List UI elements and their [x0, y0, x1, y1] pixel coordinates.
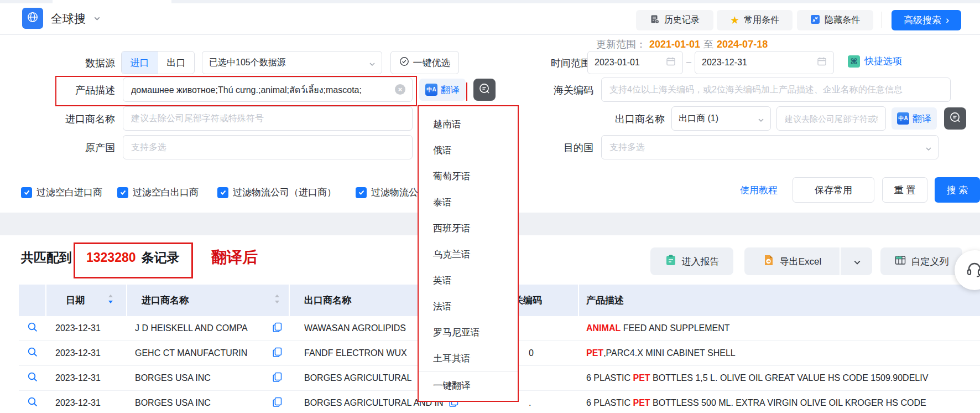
- importer-field[interactable]: [130, 113, 405, 124]
- columns-icon: [894, 254, 906, 269]
- magnifier-icon[interactable]: [27, 396, 38, 410]
- reset-button[interactable]: 重 置: [882, 177, 927, 203]
- datasource-selected-value: 已选中105个数据源: [209, 57, 286, 69]
- magnifier-icon[interactable]: [27, 322, 38, 335]
- checkbox-checked-icon[interactable]: [356, 187, 367, 198]
- checkbox-checked-icon[interactable]: [117, 187, 128, 198]
- translate-button[interactable]: 中A 翻译: [419, 79, 466, 101]
- filter-logistics-importer[interactable]: 过滤物流公司（进口商）: [217, 186, 336, 199]
- importer-input[interactable]: [123, 106, 413, 131]
- date-start-input[interactable]: 2023-01-01: [587, 51, 683, 74]
- synonym-icon: [478, 82, 491, 97]
- update-range-to: 至: [703, 38, 713, 51]
- row-search-cell[interactable]: [19, 391, 46, 413]
- header-date[interactable]: 日期: [46, 285, 127, 316]
- clear-icon[interactable]: ×: [395, 84, 405, 95]
- menu-item-translate-all[interactable]: 一键翻译: [419, 372, 518, 399]
- origin-field[interactable]: [130, 142, 405, 153]
- destination-input[interactable]: [601, 135, 939, 159]
- advanced-search-button[interactable]: 高级搜索 ›: [892, 10, 961, 30]
- checkbox-checked-icon[interactable]: [217, 187, 228, 198]
- copy-icon[interactable]: [273, 397, 282, 410]
- hide-conditions-button[interactable]: 隐藏条件: [797, 10, 873, 30]
- app-window: 全球搜 历史记录 ★ 常用条件 隐藏条件 高级搜索 › 更新范围： 2021-0…: [0, 0, 980, 413]
- destination-field[interactable]: [608, 142, 925, 153]
- exporter-synonym-button[interactable]: [944, 107, 966, 130]
- exporter-type-select[interactable]: 出口商 (1): [671, 106, 771, 131]
- menu-item-english[interactable]: 英语: [419, 267, 518, 293]
- quick-options-link[interactable]: ⌘ 快捷选项: [848, 55, 902, 68]
- checkbox-checked-icon[interactable]: [21, 187, 32, 198]
- copy-icon[interactable]: [273, 347, 282, 360]
- product-desc-input[interactable]: [123, 78, 413, 102]
- check-circle-icon: [399, 56, 409, 69]
- translate-language-menu: 越南语 俄语 葡萄牙语 泰语 西班牙语 乌克兰语 英语 法语 罗马尼亚语 土耳其…: [418, 105, 519, 402]
- title-chevron-down-icon[interactable]: [93, 14, 101, 25]
- headset-icon: [965, 260, 980, 281]
- copy-icon[interactable]: [273, 322, 282, 335]
- date-end-value: 2023-12-31: [702, 58, 747, 68]
- save-common-button[interactable]: 保存常用: [793, 177, 874, 203]
- cell-importer: BORGES USA INC: [127, 366, 290, 390]
- chevron-down-icon: [925, 144, 931, 151]
- origin-input[interactable]: [123, 135, 413, 159]
- export-excel-dropdown-button[interactable]: [841, 247, 872, 275]
- header-product[interactable]: 产品描述: [579, 285, 980, 316]
- update-range: 更新范围： 2021-01-01 至 2024-07-18: [596, 38, 768, 51]
- menu-item-spanish[interactable]: 西班牙语: [419, 215, 518, 241]
- menu-item-ukrainian[interactable]: 乌克兰语: [419, 241, 518, 267]
- cell-importer: GEHC CT MANUFACTURIN: [127, 341, 290, 365]
- hs-code-field[interactable]: [608, 84, 943, 95]
- filter-blank-importer[interactable]: 过滤空白进口商: [21, 186, 102, 199]
- origin-label: 原产国: [32, 141, 115, 154]
- tutorial-link[interactable]: 使用教程: [740, 184, 778, 197]
- update-range-label: 更新范围：: [596, 38, 646, 51]
- optimize-button[interactable]: 一键优选: [390, 51, 459, 74]
- filter-label: 过滤物流公司（进口商）: [233, 186, 336, 199]
- magnifier-icon[interactable]: [27, 347, 38, 360]
- export-excel-button[interactable]: 导出Excel: [744, 247, 840, 275]
- sort-icon[interactable]: [108, 294, 113, 307]
- exporter-translate-button[interactable]: 中A 翻译: [892, 107, 937, 130]
- menu-item-romanian[interactable]: 罗马尼亚语: [419, 319, 518, 345]
- exporter-field[interactable]: [784, 113, 879, 124]
- row-search-cell[interactable]: [19, 341, 46, 365]
- menu-item-french[interactable]: 法语: [419, 293, 518, 319]
- reset-label: 重 置: [894, 184, 916, 197]
- enter-report-button[interactable]: 进入报告: [650, 247, 733, 275]
- match-count-line: 共匹配到 1323280 条记录: [21, 249, 180, 266]
- quick-options-label: 快捷选项: [864, 55, 902, 68]
- destination-label: 目的国: [510, 141, 593, 154]
- menu-item-turkish[interactable]: 土耳其语: [419, 345, 518, 371]
- date-end-input[interactable]: 2023-12-31: [695, 51, 834, 74]
- menu-item-portuguese[interactable]: 葡萄牙语: [419, 163, 518, 189]
- history-button[interactable]: 历史记录: [636, 10, 713, 30]
- tab-export[interactable]: 出口: [158, 51, 194, 74]
- update-range-end: 2024-07-18: [717, 39, 768, 50]
- synonym-button[interactable]: [473, 79, 496, 101]
- sort-icon[interactable]: [274, 294, 280, 307]
- menu-item-russian[interactable]: 俄语: [419, 137, 518, 163]
- exporter-input[interactable]: [776, 106, 886, 131]
- cell-importer: J D HEISKELL AND COMPA: [127, 316, 290, 340]
- datasource-select[interactable]: 已选中105个数据源: [202, 51, 382, 74]
- tab-import[interactable]: 进口: [122, 51, 158, 74]
- hs-code-input[interactable]: [601, 78, 951, 102]
- hide-conditions-label: 隐藏条件: [825, 14, 860, 26]
- custom-columns-button[interactable]: 自定义列: [880, 247, 962, 275]
- row-search-cell[interactable]: [19, 316, 46, 340]
- export-excel-label: 导出Excel: [780, 255, 822, 268]
- filter-blank-exporter[interactable]: 过滤空白出口商: [117, 186, 199, 199]
- favorites-button[interactable]: ★ 常用条件: [717, 10, 793, 30]
- magnifier-icon[interactable]: [27, 371, 38, 385]
- search-button[interactable]: 搜 索: [935, 177, 980, 203]
- history-icon: [650, 14, 660, 27]
- copy-icon[interactable]: [273, 372, 282, 385]
- menu-item-vietnamese[interactable]: 越南语: [419, 111, 518, 137]
- product-desc-field[interactable]: [130, 84, 392, 95]
- header-importer[interactable]: 进口商名称: [127, 285, 290, 316]
- date-start-value: 2023-01-01: [595, 58, 640, 68]
- filter-label: 过滤空白进口商: [37, 186, 102, 199]
- menu-item-thai[interactable]: 泰语: [419, 189, 518, 215]
- row-search-cell[interactable]: [19, 366, 46, 390]
